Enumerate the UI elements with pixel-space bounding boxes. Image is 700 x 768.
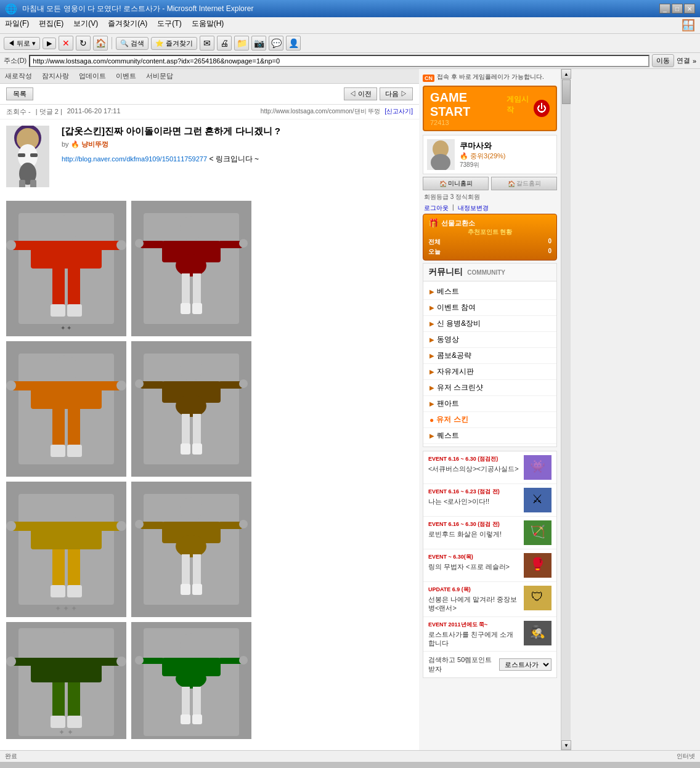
comm-item-new-merc[interactable]: ▶ 신 용병&장비 (423, 316, 556, 332)
comm-item-user-skin[interactable]: ● 유저 스킨 (423, 412, 556, 428)
subnav-new[interactable]: 새로작성 (5, 71, 32, 81)
search-button[interactable]: 🔍 검색 (116, 37, 149, 50)
comm-item-quest[interactable]: ▶ 퀘스트 (423, 428, 556, 444)
report-link[interactable]: [신고사기] (385, 108, 413, 115)
svg-rect-79 (182, 554, 190, 585)
person-button[interactable]: 👤 (286, 36, 301, 51)
svg-point-95 (6, 657, 16, 666)
print-button[interactable]: 🖨 (217, 36, 232, 51)
event-item-4[interactable]: EVENT ~ 6.30(목) 링의 무법자 <프로 레슬러> 🥊 (423, 549, 556, 582)
svg-point-104 (176, 669, 206, 689)
author-link[interactable]: 🔥 냥비뚜껑 (71, 140, 108, 148)
go-button[interactable]: 이동 (652, 54, 674, 67)
svg-point-58 (239, 379, 248, 388)
refresh-button[interactable]: ↻ (76, 36, 91, 51)
community-items: ▶ 베스트 ▶ 이벤트 참여 ▶ 신 용병&장비 ▶ 동영상 (423, 281, 556, 447)
comm-item-free[interactable]: ▶ 자유게시판 (423, 364, 556, 380)
svg-point-61 (54, 496, 78, 523)
address-input[interactable] (29, 55, 649, 67)
event-item-6[interactable]: EVENT 2011년에도 쭉~ 로스트사가를 친구에게 소개합니다 🕵 (423, 617, 556, 652)
subnav-event[interactable]: 이벤트 (116, 71, 136, 81)
comm-label-event: 이벤트 참여 (437, 302, 476, 313)
forward-button[interactable]: ▶ (43, 38, 56, 49)
close-button[interactable]: ✕ (684, 4, 695, 14)
svg-point-23 (180, 216, 202, 241)
subnav-service[interactable]: 서비문답 (146, 71, 173, 81)
event-item-3[interactable]: EVENT 6.16 ~ 6.30 (점검 전) 로빈후드 화살은 이렇게! 🏹 (423, 517, 556, 549)
status-bar: 완료 인터넷 (0, 750, 700, 762)
post-meta-left: 조회수 - | 덧글 2 | 2011-06-20 17:11 (6, 107, 121, 116)
scrollbar[interactable]: ▲ ▼ (561, 69, 571, 750)
stop-button[interactable]: ✕ (59, 36, 73, 51)
community-title-en: COMMUNITY (467, 269, 505, 276)
svg-rect-66 (68, 549, 80, 586)
svg-point-32 (135, 239, 144, 248)
media-button[interactable]: 📷 (251, 36, 266, 51)
comm-item-screenshot[interactable]: ▶ 유저 스크린샷 (423, 380, 556, 396)
scroll-down-button[interactable]: ▼ (561, 740, 571, 750)
menu-edit[interactable]: 편집(E) (39, 18, 63, 32)
comm-item-combo[interactable]: ▶ 콤보&공략 (423, 348, 556, 364)
comm-item-event[interactable]: ▶ 이벤트 참여 (423, 300, 556, 316)
arrow-icon-9: ● (429, 416, 434, 424)
user-level: 🔥 중위3(29%) (460, 152, 553, 161)
svg-rect-25 (140, 241, 164, 248)
profile-link[interactable]: 내정보변경 (458, 204, 489, 212)
event-item-5[interactable]: UPDATE 6.9 (목) 선봉은 나에게 맡겨라! 중장보병<랜서> 🛡 (423, 582, 556, 617)
subnav-magazine[interactable]: 잠지사랑 (42, 71, 69, 81)
scroll-track[interactable] (561, 105, 571, 740)
gold-home-button[interactable]: 🏠 갈드홈피 (491, 177, 557, 190)
arrow-icon-2: ▶ (429, 304, 434, 311)
back-button[interactable]: ◀ 뒤로 ▾ (4, 37, 40, 50)
event-item-1[interactable]: EVENT 6.16 ~ 6.30 (점검전) <서큐버스의상><기공사실드> … (423, 451, 556, 484)
prev-button[interactable]: ◁ 이전 (344, 87, 377, 100)
post-date: 2011-06-20 17:11 (67, 107, 121, 116)
svg-point-33 (239, 239, 248, 248)
svg-rect-91 (52, 682, 65, 716)
home-button[interactable]: 🏠 (93, 36, 108, 51)
maximize-button[interactable]: □ (672, 4, 683, 14)
favorites-button[interactable]: ⭐ 즐겨찾기 (151, 37, 197, 50)
logout-link[interactable]: 로그아웃 (424, 204, 449, 212)
event-title-5: 선봉은 나에게 맡겨라! 중장보병<랜서> (428, 596, 517, 612)
arrow-icon-10: ▶ (429, 432, 434, 439)
post-header: [갑옷스킨]진짜 아이돌이라면 그런 흔하게 다니겠니 ? by 🔥 냥비뚜껑 … (0, 119, 419, 191)
subnav-update[interactable]: 업데이트 (79, 71, 106, 81)
folder-button[interactable]: 📁 (234, 36, 249, 51)
menu-file[interactable]: 파일(F) (5, 18, 29, 32)
search-select[interactable]: 로스트사가 (499, 658, 551, 671)
svg-rect-6 (19, 180, 25, 187)
window-controls[interactable]: _ □ ✕ (659, 4, 695, 14)
comm-item-fanart[interactable]: ▶ 팬아트 (423, 396, 556, 412)
svg-rect-55 (181, 443, 190, 455)
mini-home-button[interactable]: 🏠 미니홈피 (423, 177, 489, 190)
game-start-button[interactable]: GAME START 게임시작 72413 ⏻ (423, 86, 557, 131)
cn-badge: CN (423, 75, 434, 82)
scroll-up-button[interactable]: ▲ (561, 69, 571, 79)
svg-point-45 (116, 381, 126, 390)
gift-subtitle: 추천포인트 현황 (428, 228, 551, 236)
char-img-green-female (131, 622, 251, 739)
next-button[interactable]: 다음 ▷ (380, 87, 413, 100)
char-img-red-male: ✦ ✦ (6, 201, 126, 336)
menu-view[interactable]: 보기(V) (73, 18, 98, 32)
comm-item-video[interactable]: ▶ 동영상 (423, 332, 556, 348)
comm-label-new-merc: 신 용병&장비 (437, 318, 481, 329)
arrow-icon-5: ▶ (429, 352, 434, 359)
list-button[interactable]: 목록 (6, 87, 33, 100)
blog-link[interactable]: http://blog.naver.com/dkfma9109/15011175… (62, 155, 207, 163)
event-text-5: UPDATE 6.9 (목) 선봉은 나에게 맡겨라! 중장보병<랜서> (428, 586, 519, 613)
mail-button[interactable]: ✉ (200, 36, 214, 51)
scroll-thumb[interactable] (562, 79, 571, 104)
menu-favorites[interactable]: 즐겨찾기(A) (108, 18, 147, 32)
messenger-button[interactable]: 💬 (269, 36, 283, 51)
menu-help[interactable]: 도움말(H) (192, 18, 224, 32)
menu-tools[interactable]: 도구(T) (157, 18, 181, 32)
power-icon: ⏻ (534, 100, 550, 117)
minimize-button[interactable]: _ (659, 4, 670, 14)
event-item-2[interactable]: EVENT 6.16 ~ 6.23 (점검 전) 나는 <로사인>이다!! ⚔ (423, 484, 556, 517)
comm-item-best[interactable]: ▶ 베스트 (423, 284, 556, 300)
main-content: 새로작성 잠지사랑 업데이트 이벤트 서비문답 목록 ◁ 이전 다음 ▷ 조회수… (0, 69, 419, 750)
svg-point-69 (6, 521, 16, 531)
svg-rect-62 (31, 522, 102, 549)
